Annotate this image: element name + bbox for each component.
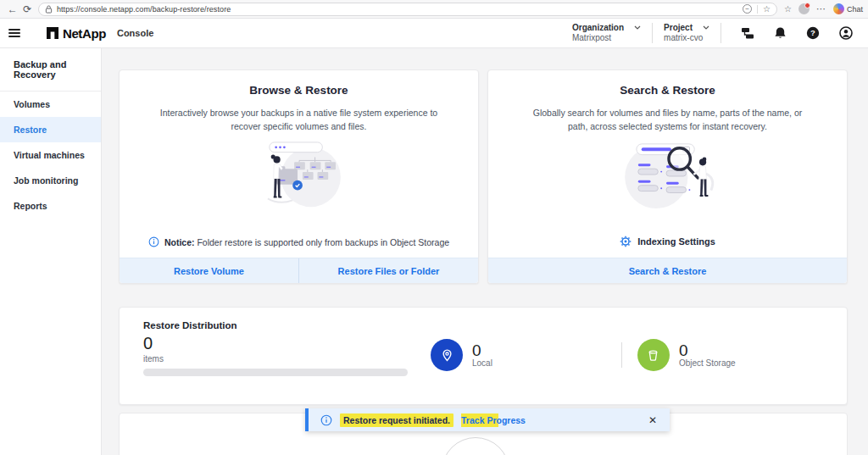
browser-profile-avatar[interactable] <box>798 3 810 14</box>
project-label: Project <box>664 23 693 34</box>
items-label: items <box>143 354 408 363</box>
refresh-icon[interactable]: ⟳ <box>19 3 34 15</box>
search-card-description: Globally search for volumes and files by… <box>524 106 810 134</box>
app-name: Console <box>117 28 153 38</box>
local-pin-icon <box>431 339 463 371</box>
svg-text:?: ? <box>810 28 815 37</box>
restore-volume-button[interactable]: Restore Volume <box>120 258 298 283</box>
bucket-icon <box>637 339 670 371</box>
distribution-progress-bar <box>143 369 408 376</box>
restore-distribution-title: Restore Distribution <box>143 320 823 330</box>
restore-files-or-folder-button[interactable]: Restore Files or Folder <box>299 258 478 283</box>
local-label: Local <box>472 358 492 368</box>
search-illustration <box>618 139 718 212</box>
local-stat: 0 Local <box>431 339 492 371</box>
address-bar[interactable]: https://console.netapp.com/backup-restor… <box>38 3 777 16</box>
back-icon[interactable]: ← <box>5 3 19 15</box>
object-storage-stat: 0 Object Storage <box>637 339 736 371</box>
indexing-settings-label: Indexing Settings <box>637 236 715 247</box>
copilot-label: Chat <box>847 5 863 14</box>
netapp-logo: NetApp <box>47 26 106 41</box>
notice-row: Notice: Folder restore is supported only… <box>120 236 478 247</box>
browser-toolbar: ← ⟳ https://console.netapp.com/backup-re… <box>0 0 868 19</box>
browse-illustration <box>249 139 349 212</box>
app-header: NetApp Console Organization Matrixpost P… <box>0 19 868 48</box>
sidebar-item-backup-and-recovery[interactable]: Backup and Recovery <box>0 48 101 92</box>
sidebar: Backup and Recovery Volumes Restore Virt… <box>0 48 102 455</box>
chevron-down-icon <box>634 25 641 30</box>
connectors-icon[interactable] <box>741 26 754 40</box>
object-storage-count: 0 <box>679 342 736 359</box>
browser-menu-icon[interactable]: ⋯ <box>816 3 826 14</box>
object-storage-label: Object Storage <box>679 358 736 368</box>
browse-card-description: Interactively browse your backups in a n… <box>155 106 442 134</box>
local-count: 0 <box>472 342 492 359</box>
restore-toast: Restore request initiated. Track Progres… <box>305 408 670 431</box>
project-value: matrix-cvo <box>664 33 709 44</box>
logo-text: NetApp <box>63 26 106 41</box>
search-and-restore-button[interactable]: Search & Restore <box>488 258 847 283</box>
search-card-footer: Search & Restore <box>488 258 847 283</box>
browse-card-title: Browse & Restore <box>120 84 478 97</box>
hamburger-menu-icon[interactable] <box>8 26 20 39</box>
site-lock-icon <box>45 5 53 14</box>
restore-distribution-card: Restore Distribution 0 items 0 Local <box>119 307 848 405</box>
sidebar-item-virtual-machines[interactable]: Virtual machines <box>0 142 101 168</box>
gear-icon <box>620 236 632 247</box>
notifications-bell-icon[interactable] <box>774 26 787 40</box>
notice-label: Notice: <box>164 237 195 247</box>
chevron-down-icon <box>703 25 709 30</box>
favorites-icon[interactable]: ☆ <box>784 4 792 14</box>
netapp-logo-mark <box>47 27 58 39</box>
project-picker[interactable]: Project matrix-cvo <box>664 23 709 44</box>
browse-restore-card: Browse & Restore Interactively browse yo… <box>119 69 479 284</box>
search-card-title: Search & Restore <box>488 84 847 97</box>
main-content: Browse & Restore Interactively browse yo… <box>102 48 868 455</box>
bookmark-star-icon[interactable]: ☆ <box>763 4 771 14</box>
sidebar-item-restore[interactable]: Restore <box>0 117 101 142</box>
track-progress-link[interactable]: Track Progress <box>461 413 526 427</box>
toast-message: Restore request initiated. <box>342 413 451 427</box>
info-icon <box>148 236 159 247</box>
items-count: 0 <box>143 334 408 353</box>
hide-address-icon[interactable]: − <box>743 4 752 14</box>
account-icon[interactable] <box>839 26 853 40</box>
copilot-button[interactable]: Chat <box>833 3 863 14</box>
organization-value: Matrixpost <box>572 33 641 44</box>
help-icon[interactable]: ? <box>806 26 820 40</box>
donut-chart-placeholder <box>442 437 509 455</box>
browse-card-footer: Restore Volume Restore Files or Folder <box>120 258 478 283</box>
sidebar-item-job-monitoring[interactable]: Job monitoring <box>0 168 101 193</box>
url-text: https://console.netapp.com/backup-restor… <box>57 5 231 14</box>
indexing-settings-button[interactable]: Indexing Settings <box>488 236 847 247</box>
sidebar-item-volumes[interactable]: Volumes <box>0 92 101 117</box>
info-icon <box>320 414 332 426</box>
notice-text: Folder restore is supported only from ba… <box>197 237 449 247</box>
search-restore-card: Search & Restore Globally search for vol… <box>487 69 848 284</box>
close-icon[interactable]: ✕ <box>648 414 657 426</box>
organization-label: Organization <box>572 23 624 34</box>
organization-picker[interactable]: Organization Matrixpost <box>572 23 641 44</box>
copilot-icon <box>833 3 844 14</box>
sidebar-item-reports[interactable]: Reports <box>0 193 101 219</box>
